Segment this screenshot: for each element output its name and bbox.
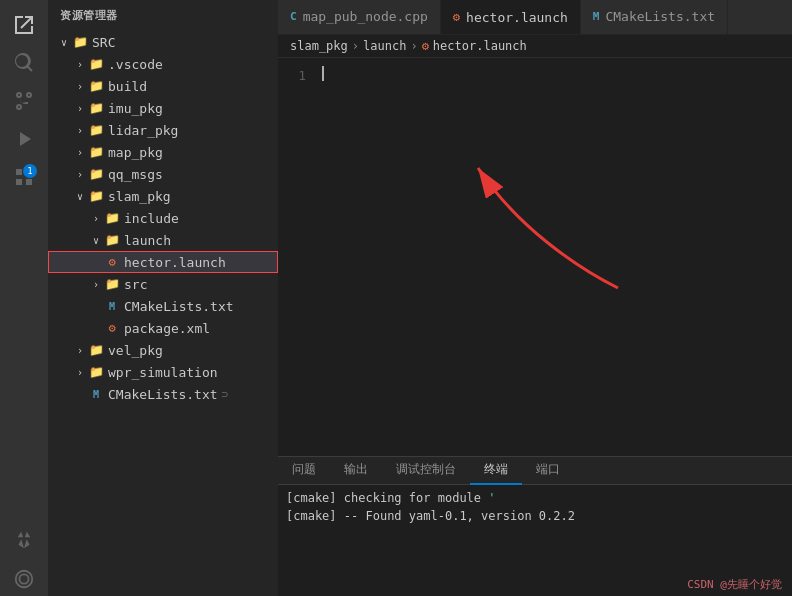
panel-tab-ports[interactable]: 端口: [522, 457, 574, 485]
panel-tab-debug[interactable]: 调试控制台: [382, 457, 470, 485]
sidebar-header: 资源管理器: [48, 0, 278, 31]
arrow-launch: ∨: [88, 232, 104, 248]
cpp-icon: C: [290, 10, 297, 23]
arrow-slam: ∨: [72, 188, 88, 204]
arrow-map: ›: [72, 144, 88, 160]
watermark: CSDN @先睡个好觉: [687, 577, 782, 592]
tree-item-cmake-root[interactable]: › M CMakeLists.txt ⊃: [48, 383, 278, 405]
folder-icon: 📁: [88, 342, 104, 358]
folder-icon: 📁: [88, 188, 104, 204]
panel: 问题 输出 调试控制台 终端 端口 [cmake] checking for m…: [278, 456, 792, 596]
run-icon[interactable]: [7, 122, 41, 156]
sidebar: 资源管理器 ∨ 📁 SRC › 📁 .vscode › 📁 build › 📁 …: [48, 0, 278, 596]
tree-label: CMakeLists.txt: [108, 387, 218, 402]
main-content: C map_pub_node.cpp ⚙ hector.launch M CMa…: [278, 0, 792, 596]
tree-label: SRC: [92, 35, 115, 50]
tab-label: CMakeLists.txt: [605, 9, 715, 24]
line-numbers: 1: [278, 58, 318, 456]
arrow-vscode: ›: [72, 56, 88, 72]
folder-icon: 📁: [88, 78, 104, 94]
arrow-imu: ›: [72, 100, 88, 116]
tree-item-hector-launch[interactable]: ⚙ hector.launch: [48, 251, 278, 273]
file-tree: ∨ 📁 SRC › 📁 .vscode › 📁 build › 📁 imu_pk…: [48, 31, 278, 596]
tree-item-vel-pkg[interactable]: › 📁 vel_pkg: [48, 339, 278, 361]
editor-area[interactable]: 1: [278, 58, 792, 456]
tree-item-build[interactable]: › 📁 build: [48, 75, 278, 97]
cmake-symbol: ⊃: [222, 388, 229, 401]
editor-content[interactable]: [318, 58, 792, 456]
launch-icon: ⚙: [453, 10, 460, 24]
breadcrumb-part-1[interactable]: slam_pkg: [290, 39, 348, 53]
remote-icon[interactable]: [7, 562, 41, 596]
tree-label: qq_msgs: [108, 167, 163, 182]
arrow-wpr: ›: [72, 364, 88, 380]
tree-label: vel_pkg: [108, 343, 163, 358]
tree-item-vscode[interactable]: › 📁 .vscode: [48, 53, 278, 75]
panel-content: [cmake] checking for module ' [cmake] --…: [278, 485, 792, 596]
tab-label: hector.launch: [466, 10, 568, 25]
arrow-src2: ›: [88, 276, 104, 292]
arrow-lidar: ›: [72, 122, 88, 138]
tree-item-imu-pkg[interactable]: › 📁 imu_pkg: [48, 97, 278, 119]
panel-tabs: 问题 输出 调试控制台 终端 端口: [278, 457, 792, 485]
breadcrumb-part-2[interactable]: launch: [363, 39, 406, 53]
breadcrumb-filename: hector.launch: [433, 39, 527, 53]
tree-label: hector.launch: [124, 255, 226, 270]
explorer-icon[interactable]: [7, 8, 41, 42]
tree-item-src2[interactable]: › 📁 src: [48, 273, 278, 295]
tree-label: imu_pkg: [108, 101, 163, 116]
tree-label: .vscode: [108, 57, 163, 72]
cmake-icon: M: [104, 298, 120, 314]
panel-tab-terminal[interactable]: 终端: [470, 457, 522, 485]
text-cursor: [322, 66, 324, 81]
arrow-include: ›: [88, 210, 104, 226]
folder-icon: 📁: [88, 144, 104, 160]
folder-icon: 📁: [88, 364, 104, 380]
xml-icon: ⚙: [104, 320, 120, 336]
tree-label: slam_pkg: [108, 189, 171, 204]
extensions-icon[interactable]: 1: [7, 160, 41, 194]
tabs-bar: C map_pub_node.cpp ⚙ hector.launch M CMa…: [278, 0, 792, 35]
tree-item-lidar-pkg[interactable]: › 📁 lidar_pkg: [48, 119, 278, 141]
cmake-tab-icon: M: [593, 10, 600, 23]
arrow-build: ›: [72, 78, 88, 94]
launch-file-icon: ⚙: [104, 254, 120, 270]
tree-item-wpr-sim[interactable]: › 📁 wpr_simulation: [48, 361, 278, 383]
tree-label-include: include: [124, 211, 179, 226]
tree-item-map-pkg[interactable]: › 📁 map_pkg: [48, 141, 278, 163]
tree-label: wpr_simulation: [108, 365, 218, 380]
folder-icon: 📁: [88, 166, 104, 182]
breadcrumb-sep-2: ›: [410, 39, 417, 53]
folder-icon: 📁: [104, 276, 120, 292]
cmake-icon: M: [88, 386, 104, 402]
arrow-src: ∨: [56, 34, 72, 50]
breadcrumb: slam_pkg › launch › ⚙ hector.launch: [278, 35, 792, 58]
tree-item-launch[interactable]: ∨ 📁 launch: [48, 229, 278, 251]
test-icon[interactable]: [7, 524, 41, 558]
tree-item-qq-msgs[interactable]: › 📁 qq_msgs: [48, 163, 278, 185]
panel-tab-output[interactable]: 输出: [330, 457, 382, 485]
tab-cmake[interactable]: M CMakeLists.txt: [581, 0, 728, 34]
tab-label: map_pub_node.cpp: [303, 9, 428, 24]
panel-line-2: [cmake] -- Found yaml-0.1, version 0.2.2: [286, 507, 784, 525]
tree-label: package.xml: [124, 321, 210, 336]
source-control-icon[interactable]: [7, 84, 41, 118]
panel-tab-problems[interactable]: 问题: [278, 457, 330, 485]
breadcrumb-sep-1: ›: [352, 39, 359, 53]
search-icon[interactable]: [7, 46, 41, 80]
tree-label: lidar_pkg: [108, 123, 178, 138]
tree-label: launch: [124, 233, 171, 248]
tab-hector[interactable]: ⚙ hector.launch: [441, 0, 581, 34]
tree-item-cmake-slam[interactable]: › M CMakeLists.txt: [48, 295, 278, 317]
tree-item-src[interactable]: ∨ 📁 SRC: [48, 31, 278, 53]
folder-icon: 📁: [104, 210, 120, 226]
tab-map-pub[interactable]: C map_pub_node.cpp: [278, 0, 441, 34]
folder-icon: 📁: [104, 232, 120, 248]
folder-icon: 📁: [88, 56, 104, 72]
tree-item-slam-pkg[interactable]: ∨ 📁 slam_pkg: [48, 185, 278, 207]
folder-icon: 📁: [88, 100, 104, 116]
tree-item-include[interactable]: › 📁 include: [48, 207, 278, 229]
tree-item-package-xml[interactable]: › ⚙ package.xml: [48, 317, 278, 339]
tree-label: build: [108, 79, 147, 94]
breadcrumb-part-3[interactable]: ⚙ hector.launch: [422, 39, 527, 53]
